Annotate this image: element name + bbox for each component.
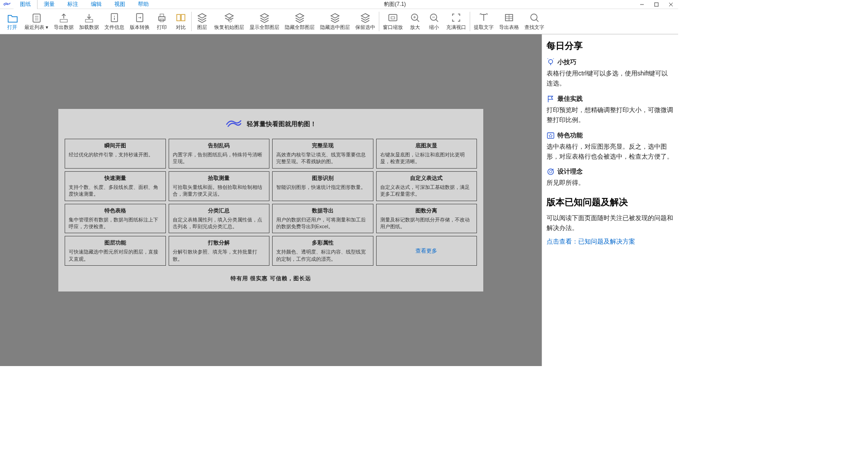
svg-line-26 [436, 19, 438, 22]
card-title: 告别乱码 [173, 142, 266, 150]
feature-card: 完整呈现高效查内核引擎让填充、线宽等重要信息完整呈现。不看残缺的图。 [272, 139, 373, 169]
view-more-link[interactable]: 查看更多 [415, 247, 437, 255]
download-icon [84, 12, 94, 23]
svg-line-37 [553, 58, 554, 59]
zoomfit-icon [451, 12, 462, 23]
feature-card: 拾取测量可拾取矢量线和面。独创拾取和绘制相结合，测量方便又灵活。 [169, 171, 270, 201]
minimize-button[interactable] [635, 0, 649, 9]
content-area: 轻算量快看图就用豹图！ 瞬间开图经过优化的软件引擎，支持秒速开图。告别乱码内置字… [0, 34, 678, 366]
ribbon-list-button[interactable]: 最近列表 ▾ [22, 9, 51, 34]
feature-card: 图层功能可快速隐藏选中图元所对应的图层，直接又直观。 [65, 236, 166, 266]
tab-edit[interactable]: 编辑 [85, 0, 108, 9]
tab-help[interactable]: 帮助 [132, 0, 155, 9]
ribbon-download-button[interactable]: 加载数据 [76, 9, 102, 34]
more-card[interactable]: 查看更多 [376, 236, 477, 266]
ribbon-layerkeep-button[interactable]: 保留选中 [353, 9, 378, 34]
ribbon-folder-button[interactable]: 打开 [3, 9, 22, 34]
ribbon-layerreset-button[interactable]: 恢复初始图层 [212, 9, 247, 34]
layerkeep-icon [360, 12, 371, 23]
card-title: 完整呈现 [276, 142, 369, 150]
ribbon-layerhide-button[interactable]: 隐藏全部图层 [282, 9, 317, 34]
table-icon [504, 12, 514, 23]
ribbon-zoomwin-button[interactable]: 窗口缩放 [380, 9, 406, 34]
share-body: 选中表格行，对应图形亮显。反之，选中图形，对应表格行也会被选中，检查太方便了。 [547, 141, 674, 162]
card-desc: 内置字库，告别图纸乱码，特殊符号清晰呈现。 [173, 151, 266, 165]
share-body: 所见即所得。 [547, 178, 674, 188]
card-desc: 测量及标记数据与图纸分开存储，不改动用户图纸。 [380, 216, 473, 230]
card-title: 图数分离 [380, 207, 473, 215]
ribbon-extracttext-button[interactable]: 提取文字 [471, 9, 496, 34]
card-title: 快速测量 [69, 174, 162, 182]
menu-tabs: 图纸 测量 标注 编辑 视图 帮助 [14, 0, 155, 9]
svg-point-34 [549, 60, 553, 64]
ribbon-label: 版本转换 [130, 24, 150, 31]
card-title: 分类汇总 [173, 207, 266, 215]
ribbon-layerhidesel-button[interactable]: 隐藏选中图层 [317, 9, 353, 34]
ribbon-zoomout-button[interactable]: 缩小 [425, 9, 443, 34]
ribbon-zoomfit-button[interactable]: 充满视口 [443, 9, 469, 34]
card-desc: 支持颜色、透明度、标注内容、线型线宽的定制，工作完成的漂亮。 [276, 249, 369, 263]
card-title: 图层功能 [69, 239, 162, 247]
card-desc: 经过优化的软件引擎，支持秒速开图。 [69, 151, 162, 158]
flag-icon [547, 95, 555, 103]
feature-card: 多彩属性支持颜色、透明度、标注内容、线型线宽的定制，工作完成的漂亮。 [272, 236, 373, 266]
leopard-logo-icon [225, 118, 242, 131]
tab-drawing[interactable]: 图纸 [14, 0, 38, 9]
tab-measure[interactable]: 测量 [38, 0, 61, 9]
ribbon-label: 保留选中 [355, 24, 375, 31]
layerreset-icon [224, 12, 235, 23]
share-body: 打印预览时，想精确调整打印大小，可微微调整打印比例。 [547, 105, 674, 125]
ribbon-zoomin-button[interactable]: 放大 [406, 9, 425, 34]
svg-rect-20 [391, 17, 395, 19]
svg-point-11 [114, 16, 115, 17]
tab-annotate[interactable]: 标注 [61, 0, 85, 9]
card-desc: 智能识别图形，快速统计指定图形数量。 [276, 184, 369, 191]
share-title: 小技巧 [557, 58, 576, 66]
feature-card: 分类汇总自定义表格属性列，填入分类属性值，点击列名，即刻完成分类汇总。 [169, 204, 270, 234]
card-title: 多彩属性 [276, 239, 369, 247]
svg-rect-17 [177, 14, 180, 21]
star-icon [547, 132, 555, 140]
card-desc: 自定义表格属性列，填入分类属性值，点击列名，即刻完成分类汇总。 [173, 216, 266, 230]
feature-card: 底图灰显右键灰显底图，让标注和底图对比更明显，检查更清晰。 [376, 139, 477, 169]
card-desc: 集中管理所有数据，数据与图纸标注上下呼应，方便检查。 [69, 216, 162, 230]
card-title: 瞬间开图 [69, 142, 162, 150]
window-controls [635, 0, 678, 9]
fileinfo-icon [109, 12, 120, 23]
svg-rect-1 [655, 3, 658, 6]
ribbon-layers-button[interactable]: 图层 [193, 9, 212, 34]
ribbon-compare-button[interactable]: 对比 [171, 9, 190, 34]
tab-view[interactable]: 视图 [108, 0, 132, 9]
ribbon-label: 恢复初始图层 [214, 24, 244, 31]
print-icon [156, 12, 167, 23]
card-title: 特色表格 [69, 207, 162, 215]
close-button[interactable] [664, 0, 678, 9]
ribbon-table-button[interactable]: 导出表格 [496, 9, 522, 34]
maximize-button[interactable] [649, 0, 664, 9]
known-issues-link[interactable]: 点击查看：已知问题及解决方案 [547, 238, 674, 246]
ribbon-print-button[interactable]: 打印 [152, 9, 171, 34]
welcome-panel: 轻算量快看图就用豹图！ 瞬间开图经过优化的软件引擎，支持秒速开图。告别乱码内置字… [58, 109, 483, 291]
feature-cards-grid: 瞬间开图经过优化的软件引擎，支持秒速开图。告别乱码内置字库，告别图纸乱码，特殊符… [65, 139, 477, 266]
share-items: 小技巧表格行使用ctrl键可以多选，使用shift键可以连选。最佳实践打印预览时… [547, 58, 674, 188]
card-desc: 高效查内核引擎让填充、线宽等重要信息完整呈现。不看残缺的图。 [276, 151, 369, 165]
zoomwin-icon [387, 12, 398, 23]
known-issues-body: 可以阅读下面页面随时关注已被发现的问题和解决办法。 [547, 213, 674, 233]
side-panel: 每日分享 小技巧表格行使用ctrl键可以多选，使用shift键可以连选。最佳实践… [542, 34, 678, 366]
share-item: 特色功能选中表格行，对应图形亮显。反之，选中图形，对应表格行也会被选中，检查太方… [547, 132, 674, 162]
ribbon-layershow-button[interactable]: 显示全部图层 [247, 9, 282, 34]
ribbon-label: 加载数据 [79, 24, 99, 31]
ribbon-search-button[interactable]: 查找文字 [522, 9, 547, 34]
drawing-canvas[interactable]: 轻算量快看图就用豹图！ 瞬间开图经过优化的软件引擎，支持秒速开图。告别乱码内置字… [0, 34, 542, 366]
feature-card: 快速测量支持个数、长度、多段线长度、面积、角度快速测量。 [65, 171, 166, 201]
layerhide-icon [294, 12, 305, 23]
svg-point-32 [531, 14, 537, 20]
ribbon-convert-button[interactable]: 版本转换 [127, 9, 152, 34]
ribbon-upload-button[interactable]: 导出数据 [51, 9, 76, 34]
ribbon-label: 对比 [176, 24, 186, 31]
svg-rect-8 [60, 19, 67, 22]
svg-line-36 [547, 58, 548, 59]
feature-card: 打散分解分解引散块参照、填充等，支持批量打散。 [169, 236, 270, 266]
zoomout-icon [429, 12, 439, 23]
ribbon-fileinfo-button[interactable]: 文件信息 [102, 9, 127, 34]
